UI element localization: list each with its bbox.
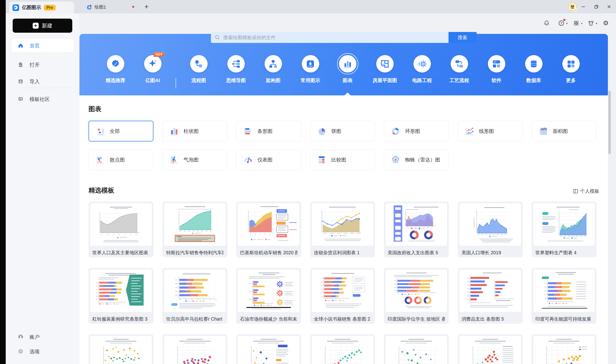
category-circle bbox=[263, 53, 284, 74]
apps-grid-icon[interactable]: ▾ bbox=[573, 20, 580, 27]
template-card[interactable]: 美国政府收入支出图表 5 bbox=[384, 202, 449, 257]
filter-pie[interactable]: 饼图 bbox=[310, 121, 375, 142]
category-ai[interactable]: HOT 亿图AI bbox=[134, 53, 171, 89]
template-card[interactable] bbox=[89, 334, 153, 364]
window-edge-strip bbox=[0, 0, 6, 364]
document-tab-icon bbox=[87, 4, 92, 10]
template-card[interactable]: 全球小说书籍销售 条形图 2 bbox=[310, 268, 375, 324]
vip-crown-icon bbox=[574, 8, 577, 12]
document-tab[interactable]: 绘图1 bbox=[87, 2, 106, 12]
category-mindmap[interactable]: 思维导图 bbox=[217, 53, 255, 89]
category-label: 工艺流程 bbox=[449, 77, 469, 84]
template-card[interactable] bbox=[532, 334, 596, 364]
category-circle bbox=[337, 53, 358, 74]
template-card[interactable]: 坎贝尔高中马拉松赛r Chart 1 bbox=[162, 268, 227, 324]
app-home-tab[interactable]: 亿图图示 Pro bbox=[9, 2, 74, 13]
filter-all[interactable]: 全部 bbox=[89, 121, 153, 142]
unsaved-indicator-dot bbox=[132, 6, 134, 8]
template-thumbnail bbox=[386, 336, 447, 364]
filter-donut[interactable]: 环形图 bbox=[384, 121, 449, 142]
restore-button[interactable] bbox=[593, 3, 600, 10]
filter-radar[interactable]: 蜘蛛（雷达）图 bbox=[384, 149, 449, 170]
flowchart-icon bbox=[194, 59, 204, 69]
template-card[interactable] bbox=[162, 334, 227, 364]
template-card[interactable]: 消费品支出 条形图 5 bbox=[458, 268, 523, 324]
category-floorplan[interactable]: 房屋平面图 bbox=[366, 53, 404, 89]
section-title-featured: 精选模板 bbox=[89, 186, 114, 195]
filter-label: 条形图 bbox=[257, 128, 273, 134]
featured-icon bbox=[111, 59, 120, 69]
software-icon bbox=[492, 59, 501, 69]
filter-bar[interactable]: 条形图 bbox=[236, 121, 301, 142]
category-flowchart[interactable]: 流程图 bbox=[180, 53, 217, 89]
category-divider bbox=[171, 53, 180, 89]
category-featured[interactable]: 精选推荐 bbox=[97, 53, 134, 89]
sidebar-item-import[interactable]: 导入 bbox=[12, 75, 74, 88]
category-circle bbox=[560, 53, 582, 74]
ai-icon bbox=[148, 59, 157, 69]
category-circuit[interactable]: 电路工程 bbox=[404, 53, 441, 89]
template-card[interactable] bbox=[458, 334, 523, 364]
template-card[interactable]: 印度国际学位学生 按地区 条... bbox=[384, 268, 449, 324]
template-card[interactable]: 美国人口增长 2019 bbox=[458, 202, 523, 257]
category-common[interactable]: 常用图示 bbox=[292, 53, 329, 89]
sidebar-item-account[interactable]: 账户 bbox=[12, 330, 74, 344]
category-process[interactable]: 工艺流程 bbox=[441, 53, 478, 89]
template-card[interactable]: 印度可再生能源可持续发展 ... bbox=[532, 268, 596, 324]
template-card[interactable]: 世界塑料生产图表 4 bbox=[532, 202, 596, 257]
scrollbar-thumb[interactable] bbox=[608, 91, 611, 154]
help-icon[interactable]: ? ▾ bbox=[558, 20, 565, 27]
filter-bubble[interactable]: 气泡图 bbox=[162, 149, 227, 170]
filter-area[interactable]: 面积图 bbox=[532, 121, 596, 142]
account-icon bbox=[18, 334, 23, 340]
new-document-button[interactable]: + 新建 bbox=[13, 19, 72, 33]
main-content: 搜索 精选推荐 HOT 亿图AI 流程图 思维导图 架构图 常用图示 bbox=[79, 34, 608, 364]
floorplan-icon bbox=[380, 59, 390, 69]
template-thumbnail bbox=[90, 203, 152, 246]
filter-line[interactable]: 线形图 bbox=[458, 121, 523, 142]
template-thumbnail bbox=[533, 270, 595, 312]
template-card[interactable]: 石油市场份额减少 当前和未... bbox=[236, 268, 301, 324]
sidebar-item-label: 账户 bbox=[30, 334, 39, 340]
category-orgchart[interactable]: 架构图 bbox=[255, 53, 292, 89]
notifications-bell-icon[interactable] bbox=[543, 20, 550, 27]
filter-gauge[interactable]: 仪表图 bbox=[236, 149, 301, 170]
filter-column[interactable]: 柱状图 bbox=[162, 121, 227, 142]
category-circle bbox=[188, 53, 210, 74]
sidebar-item-options[interactable]: ⚙ 选项 bbox=[12, 345, 74, 358]
filter-scatter[interactable]: 散点图 bbox=[89, 149, 153, 170]
sidebar-item-open[interactable]: 打开 bbox=[12, 58, 74, 72]
category-label: 软件 bbox=[492, 77, 501, 84]
category-software[interactable]: 软件 bbox=[478, 53, 515, 89]
new-tab-button[interactable]: + bbox=[142, 2, 151, 12]
filter-compare[interactable]: 比较图 bbox=[310, 149, 375, 170]
template-card[interactable]: 连锁杂货店利润图表 1 bbox=[310, 202, 375, 257]
tab-separator bbox=[137, 4, 137, 9]
chevron-down-icon: ▾ bbox=[566, 22, 568, 25]
template-card[interactable]: 特斯拉汽车销售夸特利汽车图... bbox=[162, 202, 227, 257]
app-title: 亿图图示 bbox=[22, 4, 41, 11]
sidebar-item-template-community[interactable]: 模板社区 bbox=[12, 92, 74, 106]
category-more[interactable]: 更多 bbox=[552, 53, 590, 89]
template-card[interactable] bbox=[236, 334, 301, 364]
close-button[interactable] bbox=[605, 3, 613, 10]
category-chart[interactable]: 图表 bbox=[329, 53, 366, 89]
template-card[interactable] bbox=[384, 334, 449, 364]
category-label: 架构图 bbox=[266, 77, 281, 84]
category-database[interactable]: 数据库 bbox=[515, 53, 552, 89]
template-card-grid: 世界人口及其主要地区图表 7 特斯拉汽车销售夸特利汽车图... 巴基斯坦机动车销… bbox=[89, 202, 596, 364]
template-card[interactable]: 世界人口及其主要地区图表 7 bbox=[89, 202, 153, 257]
sidebar-item-label: 导入 bbox=[30, 78, 39, 85]
sidebar-item-home[interactable]: 首页 bbox=[12, 39, 74, 52]
template-thumbnail bbox=[164, 270, 226, 312]
template-card[interactable]: 巴基斯坦机动车销售 2020 图... bbox=[236, 202, 301, 257]
template-card[interactable]: 杠铃服装案例研究条形图 3 bbox=[89, 268, 153, 324]
account-avatar[interactable]: 登 bbox=[568, 2, 577, 11]
theme-tshirt-icon[interactable]: ▾ bbox=[587, 20, 594, 27]
minimize-button[interactable] bbox=[580, 3, 587, 10]
template-title: 消费品支出 条形图 5 bbox=[462, 316, 519, 322]
settings-gear-icon[interactable]: ⚙ bbox=[602, 20, 609, 27]
template-thumbnail bbox=[459, 270, 521, 312]
personal-templates-link[interactable]: 个人模板 bbox=[573, 188, 599, 195]
template-card[interactable] bbox=[310, 334, 375, 364]
